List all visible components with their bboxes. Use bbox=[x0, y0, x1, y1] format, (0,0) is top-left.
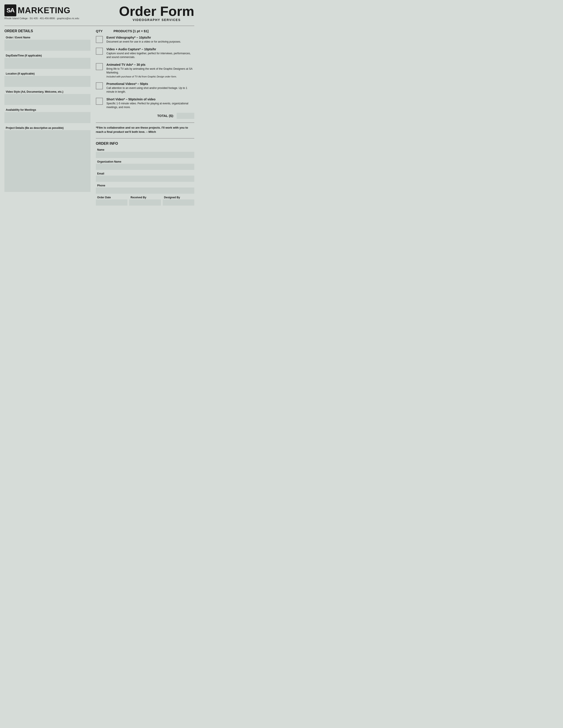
order-info-field-2: Email bbox=[96, 172, 194, 182]
field-location: Location (If applicable) bbox=[4, 71, 90, 87]
brand-name: MARKETING bbox=[18, 6, 70, 15]
products-list: Event Videography* – 10pts/hrDocument an… bbox=[96, 36, 194, 109]
total-input[interactable] bbox=[177, 113, 194, 119]
input-day-date-time[interactable] bbox=[4, 58, 90, 69]
bottom-field-input-0[interactable] bbox=[96, 199, 127, 206]
bottom-field-input-1[interactable] bbox=[129, 199, 161, 206]
product-info-1: Video + Audio Capture* – 10pts/hrCapture… bbox=[106, 47, 194, 59]
field-project-details: Project Details (Be as descriptive as po… bbox=[4, 126, 90, 192]
bottom-field-label-0: Order Date bbox=[96, 195, 127, 199]
product-info-3: Promotional Videos* – 50ptsCall attentio… bbox=[106, 82, 194, 94]
product-desc-3: Call attention to an event using shot an… bbox=[106, 86, 194, 94]
header-divider bbox=[4, 26, 194, 26]
logo-text: SA bbox=[7, 7, 14, 14]
order-info-input-2[interactable] bbox=[96, 176, 194, 182]
qty-label: QTY bbox=[96, 29, 105, 33]
total-label: TOTAL ($): bbox=[157, 114, 174, 118]
header: SA MARKETING Rhode Island College · SU 4… bbox=[4, 4, 194, 22]
product-name-4: Short Video* – 50pts/min of video bbox=[106, 97, 194, 101]
product-checkbox-1[interactable] bbox=[96, 48, 103, 55]
product-row-3: Promotional Videos* – 50ptsCall attentio… bbox=[96, 82, 194, 94]
field-day-date-time: Day/Date/Time (If applicable) bbox=[4, 53, 90, 69]
order-info-divider bbox=[96, 138, 194, 139]
left-column: ORDER DETAILS Order / Event Name Day/Dat… bbox=[4, 29, 90, 206]
product-name-0: Event Videography* – 10pts/hr bbox=[106, 36, 194, 39]
product-info-4: Short Video* – 50pts/min of videoSpecifi… bbox=[106, 97, 194, 109]
product-desc-0: Document an event for use in a video or … bbox=[106, 40, 194, 44]
field-video-style: Video Style (Ad, Documentary, Welcome, e… bbox=[4, 90, 90, 105]
bottom-row: Order DateReceived ByDesigned By bbox=[96, 195, 194, 206]
products-label: PRODUCTS [1 pt = $1] bbox=[113, 29, 148, 33]
products-header: QTY PRODUCTS [1 pt = $1] bbox=[96, 29, 194, 33]
product-name-1: Video + Audio Capture* – 10pts/hr bbox=[106, 47, 194, 51]
bottom-field-1: Received By bbox=[129, 195, 161, 206]
order-info-label-0: Name bbox=[96, 148, 194, 152]
order-info-field-3: Phone bbox=[96, 184, 194, 194]
order-info-label-1: Organization Name bbox=[96, 160, 194, 164]
field-label-day-date-time: Day/Date/Time (If applicable) bbox=[4, 53, 90, 58]
order-details-title: ORDER DETAILS bbox=[4, 29, 90, 33]
product-name-3: Promotional Videos* – 50pts bbox=[106, 82, 194, 86]
product-checkbox-0[interactable] bbox=[96, 36, 103, 43]
logo-area: SA MARKETING Rhode Island College · SU 4… bbox=[4, 4, 79, 20]
subtitle: Rhode Island College · SU 435 · 401-456-… bbox=[4, 17, 79, 20]
right-column: QTY PRODUCTS [1 pt = $1] Event Videograp… bbox=[96, 29, 194, 206]
field-label-availability: Availability for Meetings bbox=[4, 108, 90, 112]
product-checkbox-4[interactable] bbox=[96, 98, 103, 105]
bottom-field-label-2: Designed By bbox=[163, 195, 194, 199]
bottom-field-label-1: Received By bbox=[129, 195, 161, 199]
logo-icon: SA bbox=[4, 4, 16, 16]
order-info-label-3: Phone bbox=[96, 184, 194, 188]
product-row-0: Event Videography* – 10pts/hrDocument an… bbox=[96, 36, 194, 44]
order-info-title: ORDER INFO bbox=[96, 142, 194, 146]
input-location[interactable] bbox=[4, 76, 90, 87]
product-name-2: Animated TV Ads* – 30 pts bbox=[106, 63, 194, 67]
field-label-project-details: Project Details (Be as descriptive as po… bbox=[4, 126, 90, 130]
total-row: TOTAL ($): bbox=[96, 113, 194, 119]
bottom-field-0: Order Date bbox=[96, 195, 127, 206]
order-info-input-1[interactable] bbox=[96, 164, 194, 170]
product-checkbox-2[interactable] bbox=[96, 63, 103, 70]
logo-top: SA MARKETING bbox=[4, 4, 79, 16]
bottom-field-input-2[interactable] bbox=[163, 199, 194, 206]
order-info-label-2: Email bbox=[96, 172, 194, 176]
field-availability: Availability for Meetings bbox=[4, 108, 90, 123]
field-label-location: Location (If applicable) bbox=[4, 71, 90, 76]
input-project-details[interactable] bbox=[4, 130, 90, 192]
title-area: Order Form VIDEOGRAPHY SERVICES bbox=[119, 4, 194, 22]
product-desc-italic-2: Included with purchase of TV Ad from Gra… bbox=[106, 75, 194, 78]
product-info-0: Event Videography* – 10pts/hrDocument an… bbox=[106, 36, 194, 44]
form-title: Order Form bbox=[119, 4, 194, 18]
field-label-order-event-name: Order / Event Name bbox=[4, 35, 90, 40]
product-desc-4: Specific 1-5 minute video. Perfect for p… bbox=[106, 102, 194, 109]
product-row-4: Short Video* – 50pts/min of videoSpecifi… bbox=[96, 97, 194, 109]
product-checkbox-3[interactable] bbox=[96, 82, 103, 89]
page: SA MARKETING Rhode Island College · SU 4… bbox=[4, 4, 194, 206]
field-label-video-style: Video Style (Ad, Documentary, Welcome, e… bbox=[4, 90, 90, 94]
bottom-field-2: Designed By bbox=[163, 195, 194, 206]
input-order-event-name[interactable] bbox=[4, 40, 90, 51]
order-info-input-3[interactable] bbox=[96, 188, 194, 194]
product-info-2: Animated TV Ads* – 30 ptsBring life to T… bbox=[106, 63, 194, 78]
field-order-event-name: Order / Event Name bbox=[4, 35, 90, 51]
product-row-1: Video + Audio Capture* – 10pts/hrCapture… bbox=[96, 47, 194, 59]
product-desc-2: Bring life to TV ads by animating the wo… bbox=[106, 67, 194, 75]
product-desc-1: Capture sound and video together, perfec… bbox=[106, 52, 194, 59]
order-info-field-0: Name bbox=[96, 148, 194, 158]
total-divider bbox=[96, 122, 194, 123]
input-availability[interactable] bbox=[4, 112, 90, 123]
collab-note: *Film is collaborative and so are these … bbox=[96, 126, 194, 134]
order-info-fields: NameOrganization NameEmailPhone bbox=[96, 148, 194, 194]
product-row-2: Animated TV Ads* – 30 ptsBring life to T… bbox=[96, 63, 194, 78]
main-layout: ORDER DETAILS Order / Event Name Day/Dat… bbox=[4, 29, 194, 206]
order-info-input-0[interactable] bbox=[96, 152, 194, 158]
order-info-field-1: Organization Name bbox=[96, 160, 194, 170]
input-video-style[interactable] bbox=[4, 94, 90, 105]
